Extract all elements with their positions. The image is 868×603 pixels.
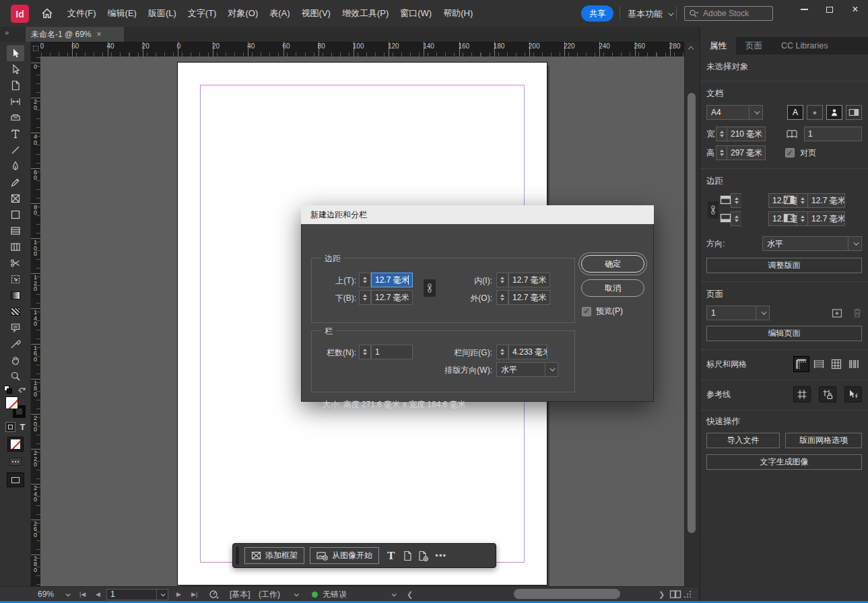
vertical-grid-tool[interactable]	[7, 239, 24, 255]
zoom-tool[interactable]	[7, 368, 24, 384]
first-page-button[interactable]: |◀	[79, 587, 86, 602]
rectangle-tool[interactable]	[7, 207, 24, 223]
gutter-field[interactable]: 4.233 毫米	[508, 345, 547, 359]
menu-item[interactable]: 文件(F)	[67, 7, 96, 20]
preview-checkbox[interactable]: ✓	[582, 307, 591, 316]
margin-top-stepper[interactable]	[731, 193, 741, 208]
menu-item[interactable]: 表(A)	[269, 7, 290, 20]
vertical-scrollbar[interactable]	[684, 42, 698, 586]
link-margins-icon[interactable]	[708, 201, 719, 219]
menu-item[interactable]: 增效工具(P)	[342, 7, 389, 20]
page-tool[interactable]	[7, 77, 24, 94]
zoom-level[interactable]: 69%	[38, 587, 54, 602]
selection-tool[interactable]	[7, 45, 24, 61]
eyedropper-tool[interactable]	[7, 336, 24, 352]
menu-item[interactable]: 视图(V)	[302, 7, 331, 20]
outside-margin-stepper[interactable]	[496, 290, 508, 305]
taskbar-drag-handle[interactable]	[236, 546, 239, 565]
minimize-button[interactable]	[791, 0, 817, 19]
pen-tool[interactable]	[7, 158, 24, 174]
margin-inside-stepper[interactable]	[797, 193, 807, 208]
margin-outside-stepper[interactable]	[797, 211, 807, 226]
ruler-origin-corner[interactable]	[31, 42, 40, 57]
swap-fill-stroke-icon[interactable]	[18, 386, 26, 394]
fill-swatch-none[interactable]	[5, 396, 18, 409]
formatting-affects-container-icon[interactable]	[5, 422, 15, 432]
bottom-margin-stepper[interactable]	[359, 290, 371, 305]
preset-label[interactable]: [基本]	[230, 587, 251, 602]
hand-tool[interactable]	[7, 352, 24, 368]
link-margins-icon[interactable]	[424, 279, 436, 297]
last-page-button[interactable]: ▶|	[191, 587, 197, 602]
view-options-icon[interactable]	[9, 458, 22, 466]
preset-dropdown-icon[interactable]	[294, 587, 298, 602]
layout-grid-icon[interactable]	[846, 356, 862, 372]
free-transform-tool[interactable]	[7, 271, 24, 287]
gradient-feather-tool[interactable]	[7, 304, 24, 320]
add-page-icon[interactable]	[418, 551, 428, 561]
tab-cc-libraries[interactable]: CC Libraries	[772, 37, 837, 55]
more-options-icon[interactable]: •••	[434, 551, 446, 561]
menu-item[interactable]: 文字(T)	[188, 7, 217, 20]
no-errors-indicator[interactable]: 无错误	[312, 587, 347, 602]
top-margin-field[interactable]: 12.7 毫米	[371, 273, 413, 287]
gutter-stepper[interactable]	[496, 345, 508, 359]
show-rulers-icon[interactable]	[793, 356, 809, 372]
direction-select[interactable]: 水平	[762, 236, 862, 251]
horizontal-ruler[interactable]: 8060402002040608010012014016018020022024…	[40, 42, 684, 57]
workspace-switcher[interactable]: 基本功能	[628, 8, 672, 20]
apply-none-button[interactable]	[7, 437, 24, 452]
margin-bottom-stepper[interactable]	[731, 211, 741, 226]
horizontal-scrollbar-thumb[interactable]	[514, 589, 620, 599]
show-guides-icon[interactable]	[793, 386, 811, 402]
content-collector-tool[interactable]	[7, 110, 24, 126]
pencil-tool[interactable]	[7, 174, 24, 190]
orientation-portrait-icon[interactable]	[826, 105, 842, 120]
page-size-a-icon[interactable]: A	[787, 105, 803, 120]
facing-pages-checkbox[interactable]: ✓	[785, 148, 795, 157]
num-pages-field[interactable]: 1	[804, 127, 862, 141]
close-button[interactable]: ×	[842, 0, 868, 19]
share-button[interactable]: 共享	[581, 5, 613, 22]
note-tool[interactable]	[7, 320, 24, 336]
toolbar-expand-icon[interactable]: »	[5, 28, 8, 36]
height-stepper[interactable]	[716, 145, 727, 160]
vertical-scrollbar-thumb[interactable]	[688, 93, 696, 533]
page-icon[interactable]	[403, 551, 412, 561]
next-page-button[interactable]: ▶	[176, 587, 181, 602]
height-field[interactable]: 297 毫米	[727, 145, 766, 160]
line-tool[interactable]	[7, 142, 24, 158]
tab-properties[interactable]: 属性	[700, 37, 736, 55]
screen-mode-button[interactable]	[7, 472, 24, 487]
scroll-left-icon[interactable]: ❮	[407, 587, 413, 602]
current-page-select[interactable]: 1	[706, 306, 770, 320]
text-to-image-button[interactable]: 文字生成图像	[706, 454, 862, 470]
outside-margin-field[interactable]: 12.7 毫米	[508, 290, 550, 305]
width-stepper[interactable]	[716, 127, 727, 141]
add-frame-button[interactable]: 添加框架	[244, 547, 304, 564]
maximize-button[interactable]	[817, 0, 842, 19]
menu-item[interactable]: 版面(L)	[148, 7, 176, 20]
menu-item[interactable]: 窗口(W)	[400, 7, 432, 20]
add-page-icon[interactable]	[832, 308, 843, 318]
resize-grip[interactable]	[684, 587, 691, 602]
edit-pages-button[interactable]: 编辑页面	[706, 326, 862, 341]
import-file-button[interactable]: 导入文件	[706, 433, 780, 448]
page-size-custom-icon[interactable]: *	[807, 105, 823, 120]
tab-pages[interactable]: 页面	[736, 37, 772, 55]
start-from-image-button[interactable]: 从图像开始	[310, 547, 379, 564]
document-grid-icon[interactable]	[828, 356, 844, 372]
column-count-field[interactable]: 1	[371, 345, 413, 359]
layout-grid-options-button[interactable]: 版面网格选项	[785, 433, 862, 448]
scroll-right-icon[interactable]: ❯	[659, 587, 665, 602]
adjust-layout-button[interactable]: 调整版面	[706, 258, 862, 273]
smart-guides-icon[interactable]	[844, 386, 862, 402]
width-field[interactable]: 210 毫米	[727, 127, 766, 141]
type-tool-button[interactable]: T	[385, 549, 397, 563]
type-tool[interactable]	[7, 126, 24, 142]
menu-item[interactable]: 编辑(E)	[108, 7, 137, 20]
orientation-landscape-icon[interactable]	[846, 105, 862, 120]
default-fill-stroke-icon[interactable]	[4, 386, 12, 394]
frame-tool[interactable]	[7, 190, 24, 207]
writing-direction-select[interactable]: 水平	[496, 362, 558, 377]
